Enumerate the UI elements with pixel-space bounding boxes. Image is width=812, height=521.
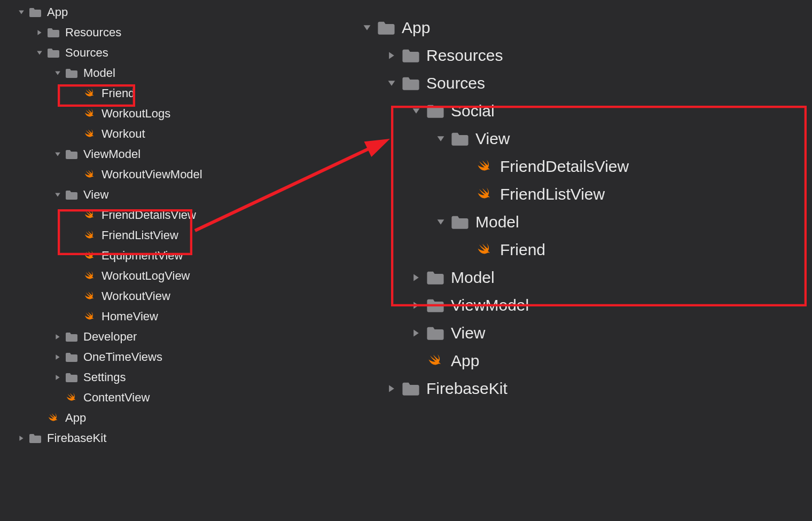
swift-file-icon (82, 168, 97, 181)
chevron-right-icon[interactable] (35, 29, 44, 36)
chevron-right-icon[interactable] (53, 374, 62, 381)
tree-item-label: ContentView (83, 391, 150, 405)
tree-item-label: Sources (426, 74, 485, 92)
chevron-right-icon[interactable] (386, 51, 397, 60)
tree-item-label: App (402, 19, 430, 37)
tree-item[interactable]: FirebaseKit (342, 375, 812, 402)
tree-item[interactable]: Settings (0, 367, 331, 388)
tree-item-label: View (83, 188, 108, 202)
swift-file-icon (82, 290, 97, 303)
tree-item-label: WorkoutLogs (102, 107, 170, 121)
folder-icon (425, 324, 446, 342)
highlight-box (391, 106, 807, 306)
tree-item-label: Developer (83, 330, 137, 344)
tree-item-label: WorkoutLogView (102, 269, 190, 283)
tree-item[interactable]: Sources (0, 43, 331, 63)
folder-icon (28, 6, 43, 19)
swift-file-icon (82, 270, 97, 282)
tree-item[interactable]: Friend (0, 83, 331, 104)
tree-item-label: WorkoutView (102, 289, 170, 303)
tree-item-label: View (451, 324, 485, 342)
tree-item-label: ViewModel (83, 147, 140, 161)
tree-item-label: Model (83, 66, 115, 80)
chevron-down-icon[interactable] (53, 151, 62, 157)
chevron-right-icon[interactable] (410, 329, 422, 337)
tree-item[interactable]: OneTimeViews (0, 347, 331, 367)
tree-item-label: FirebaseKit (426, 380, 508, 398)
tree-item-label: OneTimeViews (83, 350, 162, 364)
tree-item-label: Resources (65, 26, 121, 40)
tree-item[interactable]: Developer (0, 327, 331, 347)
swift-file-icon (64, 391, 79, 404)
folder-icon (64, 351, 79, 364)
folder-icon (46, 46, 61, 59)
tree-item[interactable]: Workout (0, 124, 331, 144)
tree-item-label: Settings (83, 370, 126, 384)
tree-item[interactable]: App (342, 14, 812, 42)
tree-item[interactable]: HomeView (0, 306, 331, 327)
tree-item-label: WorkoutViewModel (102, 168, 202, 181)
tree-item[interactable]: ViewModel (0, 144, 331, 164)
chevron-down-icon[interactable] (361, 23, 373, 32)
tree-item-label: Resources (426, 46, 503, 65)
folder-icon (401, 380, 421, 398)
chevron-down-icon[interactable] (53, 70, 62, 76)
folder-icon (64, 330, 79, 343)
chevron-down-icon[interactable] (386, 79, 397, 88)
tree-item-label: Sources (65, 46, 108, 60)
tree-item[interactable]: FirebaseKit (0, 428, 331, 448)
tree-item-label: Workout (102, 127, 145, 141)
tree-item-label: FirebaseKit (47, 431, 106, 445)
folder-icon (401, 74, 421, 92)
tree-item[interactable]: WorkoutViewModel (0, 164, 331, 185)
chevron-right-icon[interactable] (53, 334, 62, 340)
tree-item[interactable]: View (342, 319, 812, 347)
tree-item[interactable]: Model (0, 63, 331, 83)
folder-icon (46, 26, 61, 39)
tree-item[interactable]: Resources (342, 42, 812, 69)
swift-file-icon (46, 412, 61, 424)
folder-icon (376, 19, 396, 37)
highlight-box (58, 209, 192, 255)
tree-item[interactable]: ContentView (0, 388, 331, 408)
swift-file-icon (82, 128, 97, 140)
chevron-right-icon[interactable] (17, 435, 26, 441)
chevron-right-icon[interactable] (53, 354, 62, 360)
folder-icon (64, 148, 79, 161)
swift-file-icon (425, 352, 446, 370)
highlight-box (58, 84, 135, 107)
swift-file-icon (82, 107, 97, 120)
chevron-down-icon[interactable] (17, 9, 26, 15)
folder-icon (64, 188, 79, 201)
tree-item[interactable]: WorkoutLogView (0, 266, 331, 286)
tree-item[interactable]: App (0, 2, 331, 22)
tree-item-label: HomeView (102, 310, 158, 323)
folder-icon (28, 432, 43, 445)
tree-item-label: App (47, 5, 68, 19)
folder-icon (64, 67, 79, 80)
tree-item[interactable]: Resources (0, 22, 331, 43)
folder-icon (401, 46, 421, 65)
tree-item[interactable]: WorkoutView (0, 286, 331, 306)
chevron-down-icon[interactable] (53, 192, 62, 198)
tree-item-label: App (65, 411, 86, 425)
chevron-down-icon[interactable] (35, 50, 44, 56)
swift-file-icon (82, 310, 97, 323)
tree-item[interactable]: App (342, 347, 812, 375)
tree-item[interactable]: Sources (342, 69, 812, 97)
tree-item-label: App (451, 352, 479, 370)
folder-icon (64, 371, 79, 384)
tree-item[interactable]: App (0, 408, 331, 428)
chevron-right-icon[interactable] (386, 384, 397, 393)
file-tree-before: AppResourcesSourcesModelFriendWorkoutLog… (0, 0, 331, 521)
tree-item[interactable]: WorkoutLogs (0, 104, 331, 124)
